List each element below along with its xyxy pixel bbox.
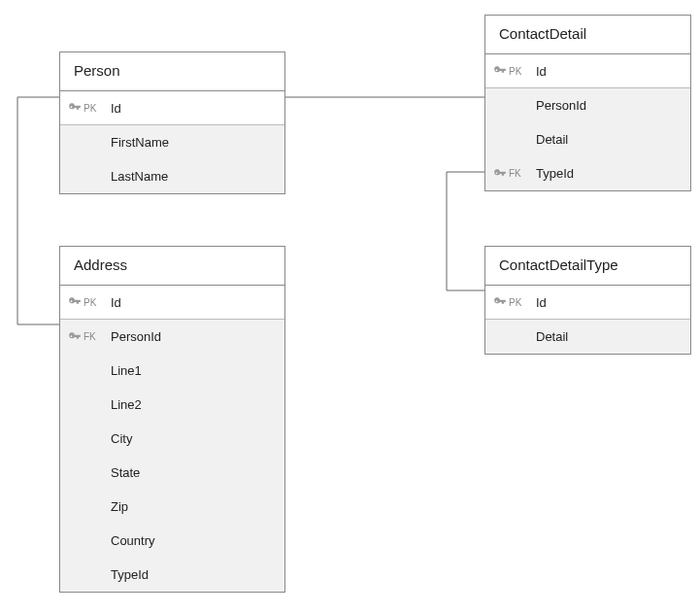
key-type-label: PK <box>509 66 521 77</box>
column-name: Line2 <box>111 397 277 412</box>
column-name: Id <box>111 295 277 310</box>
column-name: FirstName <box>111 135 277 150</box>
column-name: Country <box>111 533 277 548</box>
entity-contactdetailtype[interactable]: ContactDetailType PK Id Detail <box>484 246 691 355</box>
entity-address[interactable]: Address PK Id FK PersonId Line1 Line2 C <box>59 246 285 593</box>
column-name: Line1 <box>111 363 277 378</box>
column-row: Zip <box>60 490 284 524</box>
key-type-label: FK <box>83 331 96 342</box>
column-row: PK Id <box>60 286 284 320</box>
column-name: State <box>111 465 277 480</box>
entity-contactdetail[interactable]: ContactDetail PK Id PersonId Detail FK T… <box>484 15 691 191</box>
entity-person[interactable]: Person PK Id FirstName LastName <box>59 51 285 194</box>
column-name: Zip <box>111 499 277 514</box>
key-icon <box>68 101 82 115</box>
column-name: Id <box>536 64 683 79</box>
key-icon <box>493 167 507 181</box>
column-name: Detail <box>536 132 683 147</box>
column-row: PersonId <box>485 88 690 122</box>
column-row: Detail <box>485 122 690 156</box>
key-icon <box>68 295 82 309</box>
entity-title: ContactDetail <box>485 16 690 54</box>
key-type-label: FK <box>509 168 521 179</box>
key-type-label: PK <box>83 103 96 114</box>
column-name: Id <box>536 295 683 310</box>
column-row: State <box>60 456 284 490</box>
column-name: PersonId <box>111 329 277 344</box>
column-name: TypeId <box>536 166 683 181</box>
column-row: FirstName <box>60 125 284 159</box>
column-row: Detail <box>485 320 690 354</box>
column-row: FK PersonId <box>60 320 284 354</box>
column-row: TypeId <box>60 558 284 592</box>
column-row: Line1 <box>60 354 284 388</box>
entity-title: Person <box>60 52 284 91</box>
column-row: PK Id <box>60 91 284 125</box>
column-row: LastName <box>60 159 284 193</box>
column-name: TypeId <box>111 567 277 582</box>
column-row: Country <box>60 524 284 558</box>
column-name: City <box>111 431 277 446</box>
key-type-label: PK <box>509 297 521 308</box>
key-type-label: PK <box>83 297 96 308</box>
entity-title: Address <box>60 247 284 286</box>
column-name: PersonId <box>536 98 683 113</box>
key-icon <box>493 64 507 78</box>
column-row: PK Id <box>485 286 690 320</box>
column-name: Id <box>111 101 277 116</box>
column-row: FK TypeId <box>485 156 690 190</box>
key-icon <box>493 295 507 309</box>
entity-title: ContactDetailType <box>485 247 690 286</box>
column-name: LastName <box>111 169 277 184</box>
column-row: City <box>60 422 284 456</box>
column-name: Detail <box>536 329 683 344</box>
column-row: Line2 <box>60 388 284 422</box>
column-row: PK Id <box>485 54 690 88</box>
key-icon <box>68 330 82 344</box>
